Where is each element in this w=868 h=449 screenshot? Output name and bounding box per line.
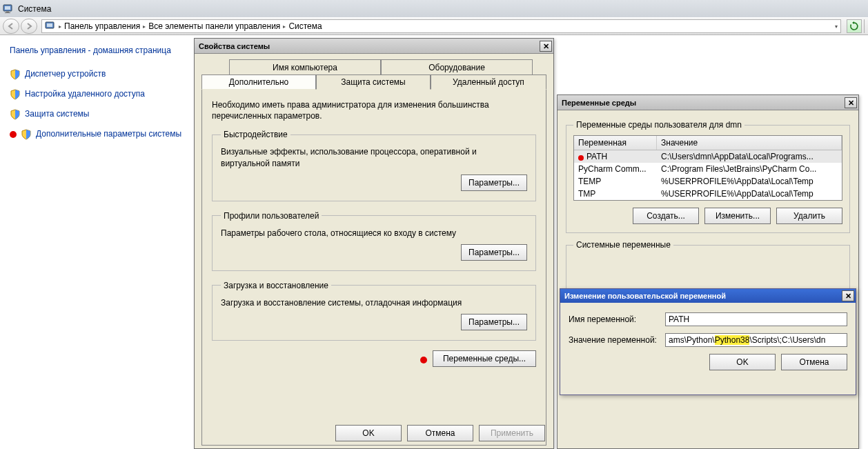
shield-icon (21, 129, 32, 140)
tab-hardware[interactable]: Оборудование (381, 59, 533, 74)
dialog-title: Изменение пользовательской переменной (564, 292, 842, 300)
group-text: Параметры рабочего стола, относящиеся ко… (221, 228, 527, 239)
window-titlebar[interactable]: Система (0, 0, 868, 17)
table-row[interactable]: PATH C:\Users\dmn\AppData\Local\Programs… (574, 150, 842, 163)
dialog-titlebar[interactable]: Переменные среды ✕ (558, 95, 858, 110)
startup-recovery-group: Загрузка и восстановление Загрузка и вос… (212, 281, 536, 341)
performance-group: Быстродействие Визуальные эффекты, испол… (212, 130, 536, 201)
user-variables-table[interactable]: Переменная Значение PATH C:\Users\dmn\Ap… (573, 135, 842, 201)
edit-user-variable-dialog: Изменение пользовательской переменной ✕ … (560, 288, 856, 395)
var-value: %USERPROFILE%\AppData\Local\Temp (657, 188, 842, 200)
ok-button[interactable]: OK (709, 354, 776, 370)
var-value: C:\Users\dmn\AppData\Local\Programs... (657, 150, 842, 163)
system-protection-link[interactable]: Защита системы (10, 108, 184, 120)
computer-icon (45, 21, 56, 32)
edit-user-var-button[interactable]: Изменить... (704, 208, 771, 224)
group-legend: Быстродействие (221, 130, 290, 139)
red-marker-icon (10, 131, 17, 138)
var-value: %USERPROFILE%\AppData\Local\Temp (657, 175, 842, 188)
toolbar: ▸ Панель управления ▸ Все элементы панел… (0, 17, 868, 35)
new-user-var-button[interactable]: Создать... (633, 208, 699, 224)
refresh-button[interactable] (847, 19, 862, 33)
group-text: Визуальные эффекты, использование процес… (221, 146, 527, 168)
startup-settings-button[interactable]: Параметры... (461, 314, 527, 330)
nav-forward-button[interactable] (21, 19, 37, 34)
group-legend: Переменные среды пользователя для dmn (573, 120, 744, 130)
column-header-name[interactable]: Переменная (574, 136, 657, 150)
tab-advanced-panel: Необходимо иметь права администратора дл… (201, 90, 546, 446)
control-panel-home-link[interactable]: Панель управления - домашняя страница (10, 45, 184, 56)
shield-icon (10, 69, 21, 80)
var-name: TEMP (574, 175, 657, 188)
environment-variables-dialog: Переменные среды ✕ Переменные среды поль… (557, 94, 859, 449)
red-marker-icon (420, 357, 427, 363)
variable-name-label: Имя переменной: (569, 315, 665, 324)
ok-button[interactable]: OK (335, 425, 402, 441)
cancel-button[interactable]: Отмена (781, 354, 847, 370)
breadcrumb-item[interactable]: Система (288, 21, 322, 31)
shield-icon (10, 109, 21, 120)
delete-user-var-button[interactable]: Удалить (776, 208, 842, 224)
dialog-button-row: OK Отмена Применить (335, 425, 545, 441)
group-legend: Системные переменные (573, 240, 673, 250)
breadcrumb-bar[interactable]: ▸ Панель управления ▸ Все элементы панел… (41, 19, 841, 33)
svg-rect-1 (5, 6, 10, 10)
tab-computer-name[interactable]: Имя компьютера (229, 59, 381, 74)
link-label: Диспетчер устройств (25, 68, 106, 79)
var-name: PATH (586, 152, 607, 161)
table-row[interactable]: TMP %USERPROFILE%\AppData\Local\Temp (574, 188, 842, 200)
variable-value-input[interactable] (665, 333, 847, 347)
svg-rect-3 (5, 12, 10, 13)
close-button[interactable]: ✕ (845, 97, 857, 108)
link-label: Защита системы (25, 108, 89, 119)
chevron-right-icon[interactable]: ▸ (283, 23, 286, 30)
shield-icon (10, 89, 21, 100)
nav-back-button[interactable] (3, 19, 19, 34)
tab-remote[interactable]: Удаленный доступ (431, 74, 546, 90)
profiles-settings-button[interactable]: Параметры... (461, 244, 527, 261)
chevron-right-icon[interactable]: ▸ (59, 23, 61, 30)
apply-button[interactable]: Применить (479, 425, 545, 441)
dialog-titlebar[interactable]: Свойства системы ✕ (195, 39, 553, 54)
tab-advanced[interactable]: Дополнительно (201, 74, 316, 90)
svg-rect-2 (6, 11, 9, 12)
tab-strip: Имя компьютера Оборудование Дополнительн… (201, 59, 546, 90)
group-text: Загрузка и восстановление системы, отлад… (221, 297, 527, 308)
var-name: TMP (574, 188, 657, 200)
device-manager-link[interactable]: Диспетчер устройств (10, 68, 184, 80)
group-legend: Загрузка и восстановление (221, 281, 331, 290)
system-properties-dialog: Свойства системы ✕ Имя компьютера Оборуд… (194, 38, 554, 449)
close-button[interactable]: ✕ (842, 290, 854, 301)
link-label: Дополнительные параметры системы (36, 128, 181, 139)
variable-value-label: Значение переменной: (569, 335, 665, 345)
var-name: PyCharm Comm... (574, 163, 657, 175)
variable-name-input[interactable] (665, 312, 847, 326)
breadcrumb-item[interactable]: Панель управления (64, 21, 140, 31)
user-variables-group: Переменные среды пользователя для dmn Пе… (566, 120, 850, 233)
chevron-down-icon[interactable]: ▾ (835, 23, 838, 30)
remote-access-link[interactable]: Настройка удаленного доступа (10, 88, 184, 100)
chevron-right-icon[interactable]: ▸ (143, 23, 146, 30)
tab-system-protection[interactable]: Защита системы (316, 74, 431, 90)
separator (864, 19, 865, 33)
breadcrumb-item[interactable]: Все элементы панели управления (148, 21, 280, 31)
table-row[interactable]: PyCharm Comm... C:\Program Files\JetBrai… (574, 163, 842, 175)
computer-icon (3, 3, 14, 14)
admin-note: Необходимо иметь права администратора дл… (212, 99, 536, 121)
cancel-button[interactable]: Отмена (407, 425, 473, 441)
window-title: Система (18, 4, 51, 14)
red-marker-icon (578, 155, 584, 161)
group-legend: Профили пользователей (221, 211, 322, 221)
advanced-system-settings-link[interactable]: Дополнительные параметры системы (10, 128, 184, 140)
dialog-titlebar[interactable]: Изменение пользовательской переменной ✕ (560, 289, 856, 303)
dialog-title: Переменные среды (562, 99, 845, 107)
column-header-value[interactable]: Значение (657, 136, 842, 150)
table-row[interactable]: TEMP %USERPROFILE%\AppData\Local\Temp (574, 175, 842, 188)
close-button[interactable]: ✕ (540, 41, 552, 52)
performance-settings-button[interactable]: Параметры... (461, 174, 527, 191)
dialog-title: Свойства системы (199, 42, 540, 50)
left-navigation-pane: Панель управления - домашняя страница Ди… (0, 35, 193, 449)
environment-variables-button[interactable]: Переменные среды... (433, 350, 536, 367)
user-profiles-group: Профили пользователей Параметры рабочего… (212, 211, 536, 271)
svg-rect-5 (47, 23, 52, 27)
